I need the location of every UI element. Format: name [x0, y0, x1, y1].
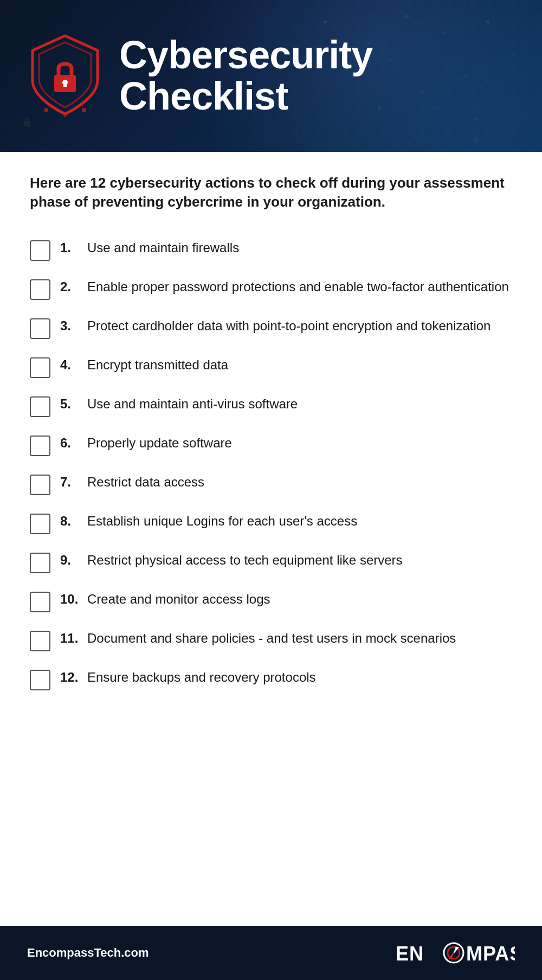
checklist-item: 8.Establish unique Logins for each user'…	[30, 504, 512, 543]
svg-line-15	[369, 16, 406, 43]
svg-point-8	[378, 107, 381, 110]
checkbox[interactable]	[30, 396, 50, 417]
checkbox[interactable]	[30, 475, 50, 495]
intro-text: Here are 12 cybersecurity actions to che…	[30, 174, 512, 212]
svg-point-2	[405, 15, 408, 18]
header: 🔒 🔒 Cybersecurity Checklist	[0, 0, 542, 152]
checkbox[interactable]	[30, 435, 50, 456]
checkbox[interactable]	[30, 279, 50, 300]
item-number: 1.	[60, 240, 83, 255]
svg-point-7	[422, 91, 424, 93]
checklist-item: 2.Enable proper password protections and…	[30, 270, 512, 309]
checklist-item: 5.Use and maintain anti-virus software	[30, 387, 512, 426]
checkbox[interactable]	[30, 592, 50, 612]
checklist-item: 6.Properly update software	[30, 426, 512, 465]
svg-text:EN: EN	[396, 943, 424, 965]
checklist-item: 7.Restrict data access	[30, 465, 512, 504]
checklist-item: 11.Document and share policies - and tes…	[30, 621, 512, 660]
checklist: 1.Use and maintain firewalls2.Enable pro…	[30, 230, 512, 699]
item-text: Encrypt transmitted data	[87, 356, 228, 374]
svg-line-19	[466, 54, 515, 76]
item-number: 9.	[60, 553, 83, 568]
item-number: 12.	[60, 670, 83, 685]
svg-text:MPASS: MPASS	[466, 943, 515, 965]
svg-line-21	[379, 92, 423, 108]
svg-point-31	[63, 114, 67, 117]
item-number: 6.	[60, 435, 83, 451]
item-text: Document and share policies - and test u…	[87, 630, 456, 647]
svg-point-32	[82, 108, 86, 112]
svg-line-16	[406, 16, 444, 33]
svg-point-5	[514, 53, 516, 55]
checkbox[interactable]	[30, 318, 50, 339]
logo-shield	[27, 31, 103, 120]
item-text: Use and maintain anti-virus software	[87, 395, 298, 413]
checklist-item: 1.Use and maintain firewalls	[30, 230, 512, 270]
footer-url: EncompassTech.com	[27, 946, 149, 960]
svg-point-6	[465, 75, 468, 78]
item-number: 3.	[60, 318, 83, 334]
svg-point-4	[486, 20, 489, 23]
item-text: Ensure backups and recovery protocols	[87, 669, 316, 686]
checkbox[interactable]	[30, 631, 50, 651]
item-number: 11.	[60, 631, 83, 646]
item-text: Restrict data access	[87, 473, 204, 491]
svg-line-24	[390, 33, 444, 60]
svg-rect-29	[63, 82, 67, 87]
item-number: 8.	[60, 514, 83, 529]
checklist-item: 10.Create and monitor access logs	[30, 582, 512, 621]
item-text: Enable proper password protections and e…	[87, 278, 509, 296]
svg-point-10	[389, 59, 391, 61]
checklist-item: 9.Restrict physical access to tech equip…	[30, 543, 512, 582]
svg-point-13	[519, 97, 521, 99]
svg-point-11	[433, 107, 435, 110]
checkbox[interactable]	[30, 240, 50, 261]
item-number: 7.	[60, 475, 83, 490]
checklist-item: 4.Encrypt transmitted data	[30, 348, 512, 387]
checkbox[interactable]	[30, 514, 50, 534]
svg-line-20	[423, 76, 466, 92]
svg-point-30	[44, 108, 48, 112]
checkbox[interactable]	[30, 670, 50, 690]
svg-point-12	[476, 118, 479, 121]
checklist-item: 12.Ensure backups and recovery protocols	[30, 660, 512, 699]
svg-point-0	[324, 20, 327, 23]
item-text: Establish unique Logins for each user's …	[87, 513, 357, 530]
checkbox[interactable]	[30, 357, 50, 378]
item-number: 10.	[60, 592, 83, 607]
svg-line-17	[444, 22, 488, 33]
svg-point-3	[443, 31, 446, 34]
page-title: Cybersecurity Checklist	[119, 35, 372, 117]
svg-line-18	[488, 22, 515, 54]
footer-logo: EN MPASS	[396, 941, 515, 965]
item-text: Protect cardholder data with point-to-po…	[87, 317, 491, 335]
item-text: Create and monitor access logs	[87, 591, 270, 608]
checklist-item: 3.Protect cardholder data with point-to-…	[30, 309, 512, 348]
footer: EncompassTech.com EN MPASS	[0, 926, 542, 980]
item-text: Restrict physical access to tech equipme…	[87, 552, 403, 569]
item-number: 5.	[60, 396, 83, 412]
item-text: Properly update software	[87, 434, 232, 452]
main-content: Here are 12 cybersecurity actions to che…	[0, 152, 542, 926]
checkbox[interactable]	[30, 553, 50, 573]
svg-text:🔒: 🔒	[472, 134, 480, 143]
item-number: 4.	[60, 357, 83, 373]
item-number: 2.	[60, 279, 83, 294]
item-text: Use and maintain firewalls	[87, 239, 239, 257]
